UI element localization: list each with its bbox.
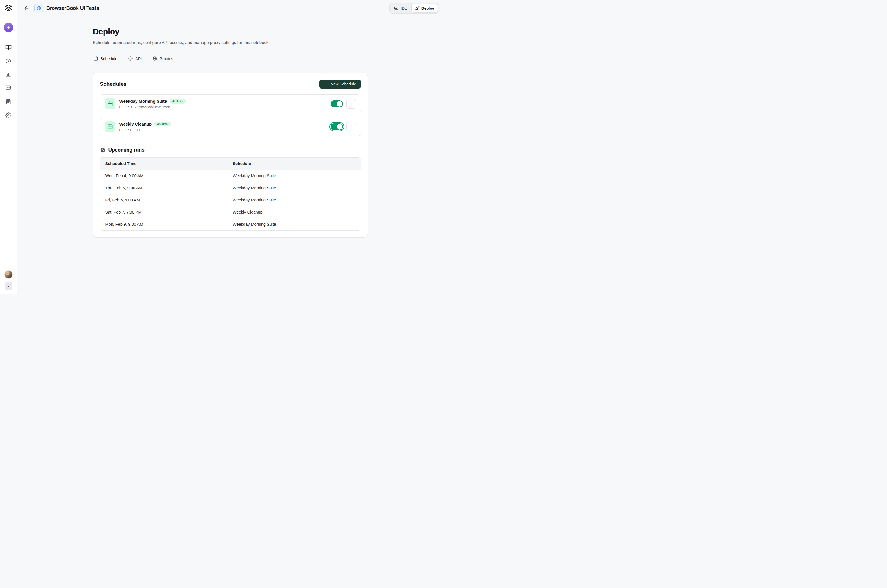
new-notebook-button[interactable] (4, 22, 13, 32)
tab-api[interactable]: API (128, 53, 142, 65)
schedule-cell: Weekly Cleanup (227, 206, 360, 218)
upcoming-runs-header: Upcoming runs (100, 147, 361, 153)
schedule-cell: Weekday Morning Suite (227, 182, 360, 194)
deploy-view-button[interactable]: Deploy (411, 4, 438, 12)
globe-icon (152, 56, 157, 61)
tab-schedule[interactable]: Schedule (93, 53, 118, 65)
upcoming-runs-title: Upcoming runs (108, 147, 144, 153)
upcoming-runs-table: Scheduled Time Schedule Wed, Feb 4, 9:00… (100, 158, 361, 231)
scheduled-time-cell: Wed, Feb 4, 9:00 AM (100, 170, 228, 182)
schedule-cell: Weekday Morning Suite (227, 170, 360, 182)
plus-icon (6, 25, 11, 30)
schedule-name: Weekly Cleanup (119, 122, 152, 126)
deploy-view-label: Deploy (421, 6, 434, 10)
plus-icon (324, 82, 328, 86)
chat-icon (5, 85, 11, 91)
chevron-right-icon (6, 284, 11, 288)
globe-icon (36, 6, 41, 11)
sidebar-expand-button[interactable] (5, 282, 12, 290)
sidebar-item-history[interactable] (3, 56, 14, 66)
sidebar-item-docs[interactable] (3, 96, 14, 107)
scheduled-time-cell: Thu, Feb 5, 9:00 AM (100, 182, 228, 194)
sidebar-item-settings[interactable] (3, 110, 14, 120)
table-row: Fri, Feb 6, 9:00 AM Weekday Morning Suit… (100, 194, 361, 206)
content-area: Deploy Schedule automated runs, configur… (17, 16, 444, 294)
topbar: BrowserBook UI Tests IDE (17, 0, 444, 16)
rocket-icon (415, 6, 419, 10)
scheduled-time-cell: Fri, Feb 6, 9:00 AM (100, 194, 228, 206)
schedule-row: Weekday Morning Suite ACTIVE 0 9 * * 1-5… (100, 94, 361, 113)
notebook-icon (5, 99, 11, 105)
scheduled-time-cell: Mon, Feb 9, 9:00 AM (100, 218, 228, 230)
clock-icon (100, 147, 105, 153)
bar-chart-icon (5, 72, 11, 78)
ellipsis-vertical-icon (349, 124, 353, 129)
sidebar-nav (3, 42, 14, 120)
schedule-menu-button[interactable] (346, 99, 356, 109)
app-root: BrowserBook UI Tests IDE (0, 0, 444, 294)
scheduled-time-cell: Sat, Feb 7, 7:00 PM (100, 206, 228, 218)
clock-icon (5, 58, 11, 64)
table-row: Mon, Feb 9, 9:00 AM Weekday Morning Suit… (100, 218, 361, 230)
schedule-cron: 0 0 * * 0 • UTC (119, 128, 327, 132)
book-open-icon (5, 44, 12, 51)
ide-view-button[interactable]: IDE (391, 4, 411, 12)
schedule-name: Weekday Morning Suite (119, 99, 167, 104)
ellipsis-vertical-icon (349, 102, 353, 106)
ide-view-label: IDE (401, 6, 407, 10)
calendar-icon (93, 56, 98, 61)
schedules-heading: Schedules (100, 81, 127, 87)
tab-api-label: API (135, 56, 142, 61)
schedule-menu-button[interactable] (346, 122, 356, 132)
gear-icon (128, 56, 133, 61)
app-logo[interactable] (5, 4, 12, 12)
new-schedule-button[interactable]: New Schedule (319, 80, 361, 88)
sidebar-footer (4, 270, 13, 290)
sidebar-item-comments[interactable] (3, 82, 14, 93)
calendar-icon (105, 99, 116, 109)
gear-icon (5, 112, 11, 118)
notebook-title: BrowserBook UI Tests (46, 5, 99, 11)
schedule-cell: Weekday Morning Suite (227, 218, 360, 230)
sidebar-item-analytics[interactable] (3, 69, 14, 80)
schedule-enabled-toggle[interactable] (331, 100, 343, 107)
table-header-row: Scheduled Time Schedule (100, 158, 361, 170)
column-header-schedule: Schedule (227, 158, 360, 170)
user-avatar[interactable] (4, 270, 13, 279)
sidebar-item-notebook[interactable] (3, 42, 14, 53)
column-header-scheduled-time: Scheduled Time (100, 158, 228, 170)
schedule-enabled-toggle[interactable] (331, 123, 343, 130)
calendar-icon (105, 122, 116, 132)
page-subtitle: Schedule automated runs, configure API a… (93, 40, 368, 45)
new-schedule-label: New Schedule (331, 82, 356, 86)
page-title: Deploy (93, 27, 368, 36)
schedule-cron: 0 9 * * 1-5 • America/New_York (119, 105, 327, 109)
view-switcher: IDE Deploy (389, 3, 439, 14)
sidebar-divider (5, 38, 12, 38)
arrow-left-icon (23, 5, 29, 11)
schedule-cell: Weekday Morning Suite (227, 194, 360, 206)
table-row: Wed, Feb 4, 9:00 AM Weekday Morning Suit… (100, 170, 361, 182)
deploy-tabs: Schedule API (93, 53, 368, 65)
status-badge: ACTIVE (170, 99, 186, 104)
back-button[interactable] (21, 3, 31, 13)
layers-icon (5, 4, 12, 12)
keyboard-icon (394, 6, 398, 10)
tab-proxies-label: Proxies (159, 56, 173, 61)
table-row: Thu, Feb 5, 9:00 AM Weekday Morning Suit… (100, 182, 361, 194)
status-badge: ACTIVE (155, 122, 171, 126)
tab-schedule-label: Schedule (101, 56, 117, 61)
tab-proxies[interactable]: Proxies (152, 53, 174, 65)
notebook-visibility-button[interactable] (35, 4, 43, 12)
main-column: BrowserBook UI Tests IDE (17, 0, 444, 294)
sidebar (0, 0, 17, 294)
schedule-row: Weekly Cleanup ACTIVE 0 0 * * 0 • UTC (100, 117, 361, 136)
schedules-card: Schedules New Schedule (93, 72, 368, 238)
table-row: Sat, Feb 7, 7:00 PM Weekly Cleanup (100, 206, 361, 218)
